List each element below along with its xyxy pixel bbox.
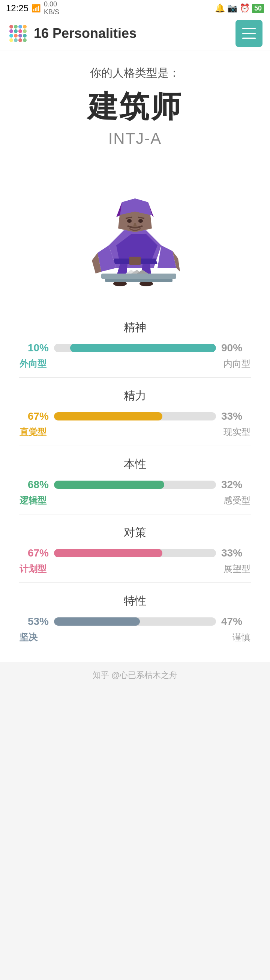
menu-line-2 bbox=[242, 33, 256, 34]
svg-point-2 bbox=[18, 25, 22, 29]
trait-bar-row: 67% 33% bbox=[19, 410, 251, 422]
svg-point-9 bbox=[14, 34, 17, 38]
trait-pct-left: 67% bbox=[19, 547, 49, 559]
trait-labels-row: 坚决 谨慎 bbox=[19, 631, 251, 643]
character-area bbox=[0, 155, 270, 305]
trait-bar-row: 10% 90% bbox=[19, 342, 251, 354]
status-bar-right: 🔔 📷 ⏰ 50 bbox=[215, 3, 264, 13]
svg-point-7 bbox=[23, 29, 27, 33]
svg-point-10 bbox=[18, 34, 22, 38]
bar-track bbox=[54, 480, 216, 489]
status-bar: 12:25 📶 0.00KB/S 🔔 📷 ⏰ 50 bbox=[0, 0, 270, 16]
trait-label-right: 内向型 bbox=[224, 358, 251, 370]
trait-title: 对策 bbox=[19, 525, 251, 540]
battery-badge: 50 bbox=[252, 4, 264, 13]
svg-marker-22 bbox=[158, 245, 176, 268]
trait-pct-right: 32% bbox=[221, 479, 251, 491]
trait-pct-right: 33% bbox=[221, 547, 251, 559]
menu-button[interactable] bbox=[235, 20, 262, 47]
footer: 知乎 @心已系枯木之舟 bbox=[0, 662, 270, 689]
character-illustration bbox=[71, 163, 199, 291]
svg-point-35 bbox=[113, 281, 127, 286]
trait-label-left: 计划型 bbox=[19, 563, 46, 575]
trait-pct-left: 68% bbox=[19, 479, 49, 491]
trait-label-right: 感受型 bbox=[224, 495, 251, 506]
trait-labels-row: 外向型 内向型 bbox=[19, 358, 251, 370]
trait-label-right: 现实型 bbox=[224, 426, 251, 438]
trait-pct-left: 10% bbox=[19, 342, 49, 354]
trait-pct-right: 90% bbox=[221, 342, 251, 354]
menu-line-1 bbox=[242, 28, 256, 29]
trait-label-right: 谨慎 bbox=[232, 631, 251, 643]
trait-label-left: 坚决 bbox=[19, 631, 38, 643]
svg-point-31 bbox=[138, 219, 143, 223]
hero-subtitle: 你的人格类型是： bbox=[8, 65, 262, 81]
trait-pct-right: 33% bbox=[221, 410, 251, 422]
svg-point-11 bbox=[23, 34, 27, 38]
trait-group-4: 特性 53% 47% 坚决 谨慎 bbox=[19, 582, 251, 651]
signal-icon: 📶 bbox=[32, 4, 41, 13]
svg-point-13 bbox=[14, 38, 17, 42]
camera-icon: 📷 bbox=[227, 3, 237, 13]
svg-point-30 bbox=[127, 219, 132, 223]
data-icon: 0.00KB/S bbox=[44, 0, 59, 16]
svg-point-1 bbox=[14, 25, 17, 29]
alarm-icon: ⏰ bbox=[240, 3, 250, 13]
trait-pct-left: 53% bbox=[19, 616, 49, 628]
personality-code: INTJ-A bbox=[8, 130, 262, 148]
trait-group-2: 本性 68% 32% 逻辑型 感受型 bbox=[19, 445, 251, 514]
trait-group-1: 精力 67% 33% 直觉型 现实型 bbox=[19, 377, 251, 445]
footer-text: 知乎 @心已系枯木之舟 bbox=[93, 670, 177, 680]
personality-name: 建筑师 bbox=[8, 87, 262, 127]
time-display: 12:25 bbox=[6, 3, 28, 14]
trait-labels-row: 逻辑型 感受型 bbox=[19, 495, 251, 506]
svg-point-4 bbox=[9, 29, 13, 33]
bar-track bbox=[54, 412, 216, 420]
trait-title: 精神 bbox=[19, 320, 251, 335]
bar-track bbox=[54, 549, 216, 557]
trait-title: 精力 bbox=[19, 388, 251, 404]
trait-title: 特性 bbox=[19, 593, 251, 609]
trait-title: 本性 bbox=[19, 457, 251, 472]
svg-rect-37 bbox=[101, 274, 176, 279]
svg-point-36 bbox=[139, 281, 153, 286]
trait-bar-row: 53% 47% bbox=[19, 616, 251, 628]
svg-point-8 bbox=[9, 34, 13, 38]
trait-pct-right: 47% bbox=[221, 616, 251, 628]
app-title: 16 Personalities bbox=[34, 25, 136, 41]
trait-labels-row: 计划型 展望型 bbox=[19, 563, 251, 575]
svg-rect-19 bbox=[129, 257, 141, 265]
trait-labels-row: 直觉型 现实型 bbox=[19, 426, 251, 438]
traits-section: 精神 10% 90% 外向型 内向型 精力 67% 33% 直觉型 bbox=[0, 305, 270, 662]
trait-bar-row: 68% 32% bbox=[19, 479, 251, 491]
trait-label-left: 直觉型 bbox=[19, 426, 46, 438]
bar-track bbox=[54, 344, 216, 352]
menu-line-3 bbox=[242, 38, 256, 39]
character-svg bbox=[71, 163, 199, 291]
hero-section: 你的人格类型是： 建筑师 INTJ-A bbox=[0, 50, 270, 155]
trait-group-0: 精神 10% 90% 外向型 内向型 bbox=[19, 309, 251, 377]
svg-rect-38 bbox=[105, 279, 172, 282]
trait-group-3: 对策 67% 33% 计划型 展望型 bbox=[19, 514, 251, 582]
notification-icon: 🔔 bbox=[215, 3, 225, 13]
trait-label-left: 逻辑型 bbox=[19, 495, 46, 506]
svg-point-15 bbox=[23, 38, 27, 42]
trait-label-left: 外向型 bbox=[19, 358, 46, 370]
bar-track bbox=[54, 617, 216, 626]
status-bar-left: 12:25 📶 0.00KB/S bbox=[6, 0, 59, 16]
trait-pct-left: 67% bbox=[19, 410, 49, 422]
svg-point-3 bbox=[23, 25, 27, 29]
svg-point-14 bbox=[18, 38, 22, 42]
svg-point-5 bbox=[14, 29, 17, 33]
logo-area: 16 Personalities bbox=[8, 23, 136, 44]
logo-svg bbox=[8, 23, 28, 44]
svg-point-0 bbox=[9, 25, 13, 29]
svg-point-6 bbox=[18, 29, 22, 33]
app-header: 16 Personalities bbox=[0, 16, 270, 50]
svg-point-12 bbox=[9, 38, 13, 42]
trait-bar-row: 67% 33% bbox=[19, 547, 251, 559]
trait-label-right: 展望型 bbox=[224, 563, 251, 575]
